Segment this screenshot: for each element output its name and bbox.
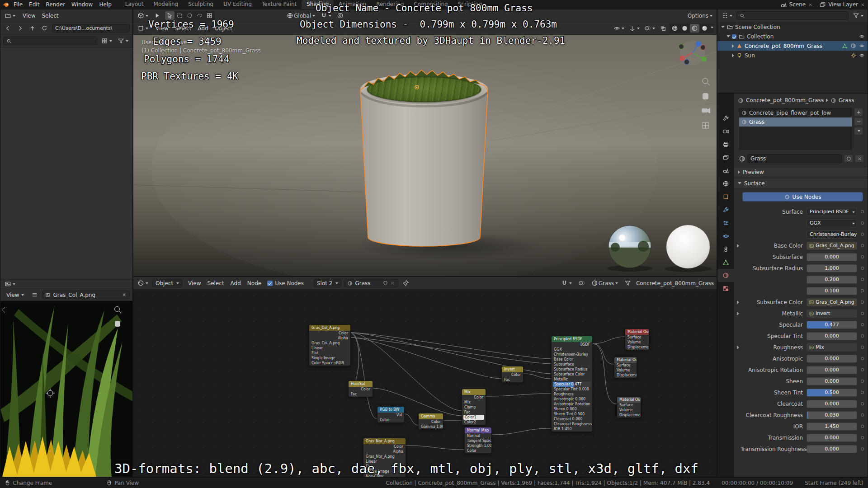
- keyframe-dot[interactable]: [861, 357, 864, 360]
- node-image-texture-color[interactable]: Gras_Col_A.png ColorAlphaGras_Col_A.pngL…: [309, 324, 351, 366]
- keyframe-dot[interactable]: [861, 312, 864, 315]
- tab-material[interactable]: [717, 269, 734, 282]
- preview-material-dropdown[interactable]: Grass: [590, 279, 619, 287]
- node-material-output-active[interactable]: Material Output SurfaceVolumeDisplacemen…: [625, 328, 649, 350]
- display-mode-button[interactable]: [100, 37, 113, 45]
- fake-user-button[interactable]: [844, 155, 853, 163]
- property-widget[interactable]: 1.450: [807, 422, 857, 431]
- node-mix[interactable]: Mix ColorMixClampFacColor1Color2: [462, 389, 486, 425]
- property-widget[interactable]: 0.000: [807, 332, 857, 340]
- tab-texture[interactable]: [717, 282, 734, 295]
- outliner-row-collection[interactable]: Collection: [717, 32, 868, 41]
- workspace-tab[interactable]: Layout: [120, 0, 149, 9]
- path-field[interactable]: C:\Users\D...ocuments\: [52, 24, 130, 33]
- tab-tool[interactable]: [717, 112, 734, 125]
- material-property-row[interactable]: Anisotropic 0.000: [734, 353, 868, 364]
- slot-specials-button[interactable]: [854, 127, 863, 135]
- material-property-row[interactable]: Subsurface Color Gras_Col_A.png: [734, 296, 868, 308]
- outliner-row-object[interactable]: Concrete_pot_800mm_Grass: [717, 41, 868, 51]
- viewport-pan-hand-icon[interactable]: [703, 93, 708, 99]
- material-property-row[interactable]: Christensen-Burley: [734, 229, 868, 240]
- workspace-tab[interactable]: Sculpting: [183, 0, 218, 9]
- keyframe-dot[interactable]: [861, 402, 864, 405]
- property-widget[interactable]: 0.000: [807, 253, 857, 261]
- keyframe-dot[interactable]: [861, 425, 864, 428]
- keyframe-dot[interactable]: [861, 267, 864, 270]
- tab-physics[interactable]: [717, 230, 734, 243]
- property-widget[interactable]: 0.100: [807, 287, 857, 295]
- overlays-toggle[interactable]: [643, 24, 656, 33]
- back-button[interactable]: [3, 24, 13, 33]
- expander-icon[interactable]: [737, 300, 739, 304]
- use-nodes-checkbox[interactable]: Use Nodes: [267, 280, 304, 286]
- unlink-icon[interactable]: [122, 292, 127, 297]
- outliner-row-scene-collection[interactable]: Scene Collection: [717, 22, 868, 32]
- topbar-menu[interactable]: Window: [68, 0, 96, 9]
- material-property-row[interactable]: Transmission Roughness 0.000: [734, 443, 868, 455]
- fake-user-shield-icon[interactable]: [383, 281, 388, 286]
- material-property-row[interactable]: Specular 0.477: [734, 319, 868, 330]
- file-search-input[interactable]: [3, 37, 97, 45]
- scene-selector[interactable]: Scene: [780, 1, 813, 8]
- keyframe-dot[interactable]: [861, 368, 864, 371]
- eye-icon[interactable]: [859, 52, 865, 58]
- tab-view-layer[interactable]: [717, 151, 734, 164]
- pin-toggle[interactable]: [401, 279, 410, 287]
- keyframe-dot[interactable]: [861, 300, 864, 304]
- property-widget[interactable]: 0.000: [807, 366, 857, 374]
- property-widget[interactable]: 0.000: [807, 434, 857, 442]
- eye-icon[interactable]: [859, 33, 865, 39]
- property-widget[interactable]: Principled BSDF: [807, 208, 857, 216]
- image-datablock-selector[interactable]: Gras_Col_A.png: [42, 291, 130, 299]
- breadcrumb-object[interactable]: Concrete_pot_800mm_Grass: [746, 97, 824, 103]
- material-slot-row[interactable]: Grass: [739, 117, 852, 127]
- unlink-icon[interactable]: [390, 281, 395, 286]
- tab-scene[interactable]: [717, 164, 734, 177]
- options-dropdown[interactable]: Options: [686, 12, 714, 20]
- keyframe-dot[interactable]: [861, 391, 864, 394]
- rendered-shading-button[interactable]: [700, 24, 709, 33]
- disclosure-icon[interactable]: [732, 44, 734, 48]
- shader-menu[interactable]: Add: [227, 279, 244, 287]
- keyframe-dot[interactable]: [861, 278, 864, 281]
- node-hue-sat[interactable]: Hue/Sat ColorFac: [348, 380, 373, 397]
- property-widget[interactable]: Invert: [807, 310, 857, 318]
- workspace-tab[interactable]: Texture Paint: [257, 0, 302, 9]
- image-view-menu[interactable]: View: [3, 291, 27, 299]
- topbar-menu[interactable]: File: [10, 0, 26, 9]
- outliner-row-sun[interactable]: Sun: [717, 51, 868, 60]
- keyframe-dot[interactable]: [861, 233, 864, 236]
- material-property-row[interactable]: Surface Principled BSDF: [734, 206, 868, 217]
- material-property-row[interactable]: Subsurface 0.000: [734, 251, 868, 263]
- unlink-icon[interactable]: [860, 2, 865, 7]
- filter-button[interactable]: [623, 279, 632, 287]
- property-widget[interactable]: 0.200: [807, 276, 857, 284]
- property-widget[interactable]: Christensen-Burley: [807, 230, 857, 239]
- collection-checkbox-icon[interactable]: [732, 34, 736, 39]
- keyframe-dot[interactable]: [861, 244, 864, 247]
- outliner-filter-button[interactable]: [851, 11, 865, 20]
- property-widget[interactable]: 0.000: [807, 377, 857, 385]
- node-material-output-2[interactable]: Material Output SurfaceVolumeDisplacemen…: [614, 357, 637, 378]
- blender-logo-icon[interactable]: [3, 1, 9, 8]
- gizmos-toggle[interactable]: [627, 24, 641, 33]
- material-slot-dropdown[interactable]: Slot 2: [314, 279, 341, 287]
- filter-button[interactable]: [116, 37, 130, 45]
- keyframe-dot[interactable]: [861, 413, 864, 417]
- file-list-area[interactable]: [0, 47, 132, 279]
- node-normal-map[interactable]: Normal Map NormalTangent SpaceStrength 1…: [464, 427, 492, 454]
- property-widget[interactable]: Mix: [807, 343, 857, 352]
- expander-icon[interactable]: [737, 312, 739, 315]
- material-name-field[interactable]: Grass: [747, 154, 842, 163]
- editor-type-button[interactable]: [136, 279, 150, 287]
- property-widget[interactable]: 0.030: [807, 411, 857, 419]
- tab-object[interactable]: [717, 190, 734, 203]
- keyframe-dot[interactable]: [861, 380, 864, 383]
- material-property-row[interactable]: Sheen Tint 0.500: [734, 387, 868, 398]
- property-widget[interactable]: 0.477: [807, 321, 857, 329]
- editor-type-button[interactable]: [3, 11, 17, 20]
- material-property-row[interactable]: Metallic Invert: [734, 308, 868, 319]
- shader-menu[interactable]: Select: [204, 279, 227, 287]
- material-property-row[interactable]: Transmission 0.000: [734, 432, 868, 443]
- add-slot-button[interactable]: [854, 108, 863, 116]
